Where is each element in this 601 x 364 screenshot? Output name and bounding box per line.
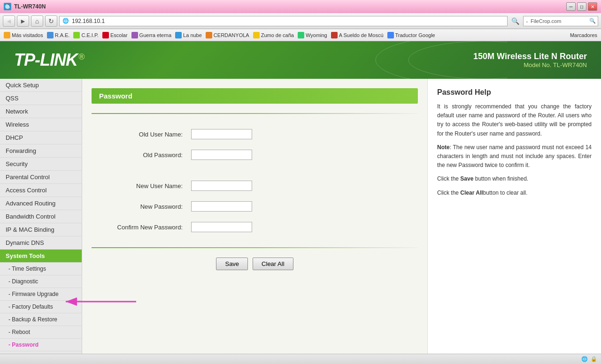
sidebar-item-ddns[interactable]: Dynamic DNS (0, 236, 82, 250)
sidebar-item-factory-defaults[interactable]: - Factory Defaults (0, 301, 82, 313)
bookmark-ceip[interactable]: C.E.I.P. (73, 32, 98, 38)
globe-icon: 🌐 (581, 356, 588, 362)
sidebar-item-reboot[interactable]: - Reboot (0, 326, 82, 339)
bookmark-mas-visitados[interactable]: Más visitados (4, 32, 43, 38)
confirm-password-input[interactable] (191, 222, 252, 232)
new-username-input[interactable] (191, 181, 252, 191)
status-bar: 🌐 🔒 (0, 354, 601, 364)
sidebar-item-system-log[interactable]: - System Log (0, 351, 82, 354)
table-row: Old Password: (92, 145, 417, 165)
help-paragraph-3: Click the Save button when finished. (437, 174, 592, 183)
sidebar-wrapper: Quick Setup QSS Network Wireless DHCP Fo… (0, 79, 82, 354)
bookmarks-bar: Más visitados R.A.E. C.E.I.P. Escolar Gu… (0, 29, 601, 41)
form-area: Password Old User Name: Old Password: (82, 79, 427, 354)
window-controls: ─ □ ✕ (566, 2, 597, 11)
close-button[interactable]: ✕ (588, 2, 597, 11)
table-row: Confirm New Password: (92, 217, 417, 237)
sidebar-item-ip-mac[interactable]: IP & MAC Binding (0, 223, 82, 236)
button-row: Save Clear All (92, 258, 418, 270)
search-bar[interactable]: ⬩ FileCrop.com 🔍 (523, 16, 598, 26)
router-ui: TP-LINK® 150M Wireless Lite N Router Mod… (0, 41, 601, 354)
sidebar-item-quick-setup[interactable]: Quick Setup (0, 79, 82, 92)
help-title: Password Help (437, 88, 592, 97)
new-password-input[interactable] (191, 201, 252, 212)
router-logo: TP-LINK® (14, 50, 84, 70)
sidebar-item-backup[interactable]: - Backup & Restore (0, 313, 82, 326)
table-row: New User Name: (92, 176, 417, 196)
main-content: Quick Setup QSS Network Wireless DHCP Fo… (0, 79, 601, 354)
help-paragraph-1: It is strongly recommended that you chan… (437, 102, 592, 138)
sidebar-item-system-tools[interactable]: System Tools (0, 250, 82, 263)
router-model-name: 150M Wireless Lite N Router (473, 52, 587, 61)
table-row: New Password: (92, 197, 417, 216)
sidebar-item-security[interactable]: Security (0, 158, 82, 171)
bookmark-traductor[interactable]: Traductor Google (387, 32, 435, 38)
sidebar-item-parental[interactable]: Parental Control (0, 171, 82, 184)
clearall-label-help: Clear All (460, 190, 483, 196)
home-button[interactable]: ⌂ (31, 15, 43, 27)
sidebar-item-firmware[interactable]: - Firmware Upgrade (0, 288, 82, 301)
spacer-row (92, 166, 417, 175)
sidebar-item-dhcp[interactable]: DHCP (0, 131, 82, 144)
old-username-label: Old User Name: (92, 124, 186, 144)
sidebar-item-advanced-routing[interactable]: Advanced Routing (0, 197, 82, 210)
router-header: TP-LINK® 150M Wireless Lite N Router Mod… (0, 41, 601, 79)
content-pane: Password Old User Name: Old Password: (82, 79, 601, 354)
sidebar-item-bandwidth[interactable]: Bandwidth Control (0, 210, 82, 223)
help-pane: Password Help It is strongly recommended… (427, 79, 601, 354)
help-paragraph-2: Note: The new user name and password mus… (437, 143, 592, 170)
browser-window: TL-WR740N ─ □ ✕ ◄ ► ⌂ ↻ 🌐 192.168.10.1 🔍… (0, 0, 601, 364)
old-password-input[interactable] (191, 150, 252, 160)
forward-button[interactable]: ► (17, 15, 29, 27)
new-username-label: New User Name: (92, 176, 186, 196)
sidebar: Quick Setup QSS Network Wireless DHCP Fo… (0, 79, 82, 354)
title-bar: TL-WR740N ─ □ ✕ (0, 0, 601, 13)
note-label: Note (437, 144, 450, 151)
save-label-help: Save (460, 175, 473, 182)
router-model-info: 150M Wireless Lite N Router Model No. TL… (473, 52, 587, 68)
table-row: Old User Name: (92, 124, 417, 144)
sidebar-item-access-control[interactable]: Access Control (0, 184, 82, 197)
sidebar-item-forwarding[interactable]: Forwarding (0, 144, 82, 158)
window-title: TL-WR740N (14, 3, 563, 10)
bookmark-escolar[interactable]: Escolar (102, 32, 128, 38)
refresh-button[interactable]: ↻ (45, 15, 57, 27)
browser-icon (4, 3, 11, 10)
save-button[interactable]: Save (216, 258, 248, 270)
bookmark-marcadores[interactable]: Marcadores (570, 32, 597, 38)
bookmark-wyoming[interactable]: Wyoming (298, 32, 327, 38)
sidebar-item-qss[interactable]: QSS (0, 92, 82, 105)
help-paragraph-4: Click the Clear Allbutton to clear all. (437, 189, 592, 197)
old-username-input[interactable] (191, 129, 252, 139)
sidebar-item-network[interactable]: Network (0, 105, 82, 118)
bookmark-moscu[interactable]: A Sueldo de Moscú (331, 32, 384, 38)
back-button[interactable]: ◄ (3, 15, 15, 27)
clear-all-button[interactable]: Clear All (253, 258, 293, 270)
maximize-button[interactable]: □ (577, 2, 586, 11)
bookmark-guerra[interactable]: Guerra eterna (131, 32, 171, 38)
section-title: Password (92, 88, 418, 104)
new-password-label: New Password: (92, 197, 186, 216)
sidebar-item-time-settings[interactable]: - Time Settings (0, 263, 82, 275)
router-model-number: Model No. TL-WR740N (473, 61, 587, 68)
bookmark-nube[interactable]: La nube (175, 32, 202, 38)
sidebar-item-diagnostic[interactable]: - Diagnostic (0, 275, 82, 288)
sidebar-item-password[interactable]: - Password (0, 339, 82, 351)
form-divider-bottom (92, 247, 418, 248)
search-placeholder: FileCrop.com (531, 18, 561, 24)
old-password-label: Old Password: (92, 145, 186, 165)
bookmark-cerdanyola[interactable]: CERDANYOLA (206, 32, 249, 38)
address-bar[interactable]: 🌐 192.168.10.1 (59, 16, 508, 26)
form-divider-top (92, 113, 418, 114)
nav-bar: ◄ ► ⌂ ↻ 🌐 192.168.10.1 🔍 ⬩ FileCrop.com … (0, 13, 601, 29)
minimize-button[interactable]: ─ (566, 2, 576, 11)
bookmark-rae[interactable]: R.A.E. (47, 32, 70, 38)
bookmark-zumo[interactable]: Zumo de caña (253, 32, 294, 38)
shield-icon: 🔒 (591, 356, 597, 362)
confirm-password-label: Confirm New Password: (92, 217, 186, 237)
sidebar-item-wireless[interactable]: Wireless (0, 118, 82, 131)
status-icons: 🌐 🔒 (581, 356, 597, 362)
address-text: 192.168.10.1 (72, 18, 105, 24)
form-table: Old User Name: Old Password: (92, 123, 418, 238)
